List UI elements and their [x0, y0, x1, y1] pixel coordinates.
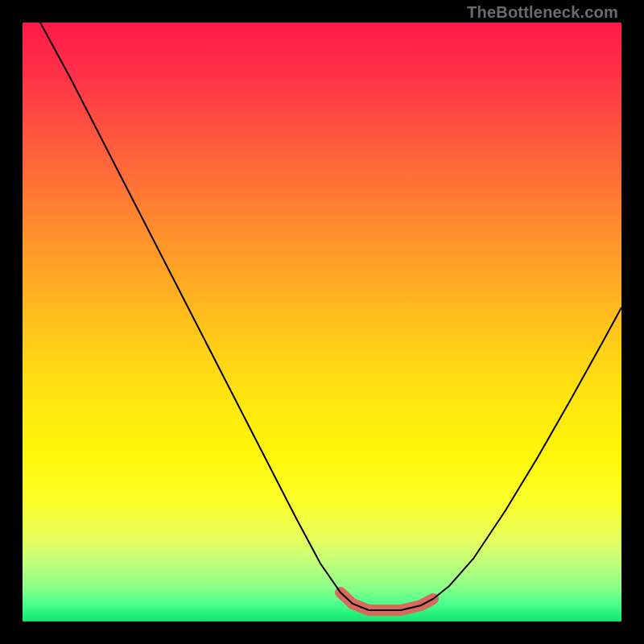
bottleneck-curve — [40, 23, 621, 610]
highlight-segment — [341, 592, 433, 610]
plot-area — [23, 23, 621, 621]
chart-frame: TheBottleneck.com — [0, 0, 644, 644]
curve-svg — [23, 23, 621, 621]
watermark-text: TheBottleneck.com — [467, 3, 618, 22]
